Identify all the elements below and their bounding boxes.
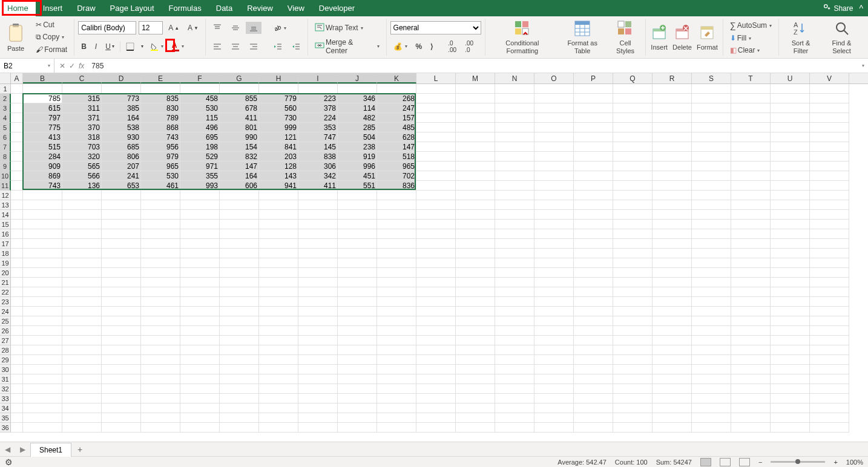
cell-J30[interactable]: [338, 365, 377, 374]
cell-F2[interactable]: 458: [180, 94, 220, 103]
cell-J1[interactable]: [338, 84, 377, 94]
cell-C4[interactable]: 371: [62, 113, 102, 123]
cell-L17[interactable]: [416, 239, 456, 249]
cell-Q31[interactable]: [613, 374, 653, 384]
cell-I20[interactable]: [298, 268, 338, 278]
cell-B20[interactable]: [23, 268, 62, 278]
cell-V26[interactable]: [810, 326, 849, 336]
cell-E16[interactable]: [141, 229, 180, 239]
cell-K21[interactable]: [377, 278, 416, 287]
cell-I22[interactable]: [298, 287, 338, 297]
row-header-30[interactable]: 30: [0, 365, 11, 374]
cell-O18[interactable]: [534, 249, 574, 258]
cell-Q29[interactable]: [613, 355, 653, 365]
cell-E30[interactable]: [141, 365, 180, 374]
cell-U35[interactable]: [771, 413, 810, 423]
cell-V6[interactable]: [810, 132, 849, 142]
align-bottom-button[interactable]: [246, 22, 261, 34]
cell-O33[interactable]: [534, 394, 574, 403]
cell-E23[interactable]: [141, 297, 180, 307]
cell-A35[interactable]: [11, 413, 23, 423]
cell-M32[interactable]: [456, 384, 495, 394]
cell-D10[interactable]: 241: [102, 171, 141, 181]
cell-H4[interactable]: 730: [259, 113, 298, 123]
cell-S32[interactable]: [692, 384, 731, 394]
row-header-19[interactable]: 19: [0, 258, 11, 268]
cell-P14[interactable]: [574, 210, 613, 220]
cell-H26[interactable]: [259, 326, 298, 336]
cell-A2[interactable]: [11, 94, 23, 103]
cell-T6[interactable]: [731, 132, 771, 142]
cell-N18[interactable]: [495, 249, 534, 258]
cell-Q13[interactable]: [613, 200, 653, 210]
cell-J35[interactable]: [338, 413, 377, 423]
cell-H34[interactable]: [259, 403, 298, 413]
cell-L36[interactable]: [416, 423, 456, 433]
cell-F26[interactable]: [180, 326, 220, 336]
cell-S21[interactable]: [692, 278, 731, 287]
cell-T33[interactable]: [731, 394, 771, 403]
cell-D13[interactable]: [102, 200, 141, 210]
cell-G27[interactable]: [220, 336, 259, 345]
cell-P26[interactable]: [574, 326, 613, 336]
cell-N2[interactable]: [495, 94, 534, 103]
cell-G15[interactable]: [220, 220, 259, 229]
orientation-button[interactable]: ab: [270, 22, 289, 34]
cell-T8[interactable]: [731, 152, 771, 162]
cell-O32[interactable]: [534, 384, 574, 394]
cell-N13[interactable]: [495, 200, 534, 210]
cell-E6[interactable]: 743: [141, 132, 180, 142]
format-cells-button[interactable]: Format: [695, 23, 719, 52]
cell-D22[interactable]: [102, 287, 141, 297]
cell-U18[interactable]: [771, 249, 810, 258]
cell-S1[interactable]: [692, 84, 731, 94]
cell-J34[interactable]: [338, 403, 377, 413]
cell-F11[interactable]: 993: [180, 181, 220, 191]
cell-C29[interactable]: [62, 355, 102, 365]
cell-J24[interactable]: [338, 307, 377, 316]
cell-M12[interactable]: [456, 191, 495, 200]
cell-I24[interactable]: [298, 307, 338, 316]
cell-S26[interactable]: [692, 326, 731, 336]
cell-R33[interactable]: [653, 394, 692, 403]
cell-C19[interactable]: [62, 258, 102, 268]
cell-F8[interactable]: 529: [180, 152, 220, 162]
cell-U33[interactable]: [771, 394, 810, 403]
cell-C17[interactable]: [62, 239, 102, 249]
cell-L7[interactable]: [416, 142, 456, 152]
cell-G20[interactable]: [220, 268, 259, 278]
cell-T18[interactable]: [731, 249, 771, 258]
cell-S28[interactable]: [692, 345, 731, 355]
cell-T24[interactable]: [731, 307, 771, 316]
tab-formulas[interactable]: Formulas: [162, 0, 209, 16]
cell-G7[interactable]: 154: [220, 142, 259, 152]
paste-button[interactable]: Paste: [6, 22, 25, 53]
cell-E20[interactable]: [141, 268, 180, 278]
cell-I10[interactable]: 342: [298, 171, 338, 181]
cell-D11[interactable]: 653: [102, 181, 141, 191]
row-header-14[interactable]: 14: [0, 210, 11, 220]
cell-N3[interactable]: [495, 103, 534, 113]
cell-F35[interactable]: [180, 413, 220, 423]
select-all-corner[interactable]: [0, 73, 11, 83]
cell-D12[interactable]: [102, 191, 141, 200]
cell-T3[interactable]: [731, 103, 771, 113]
cell-E21[interactable]: [141, 278, 180, 287]
align-right-button[interactable]: [246, 41, 261, 53]
cell-L5[interactable]: [416, 123, 456, 132]
cell-B9[interactable]: 909: [23, 162, 62, 171]
cell-L9[interactable]: [416, 162, 456, 171]
grid-body[interactable]: 1278531577383545885577922334626836153113…: [0, 84, 868, 433]
cell-B34[interactable]: [23, 403, 62, 413]
cell-G36[interactable]: [220, 423, 259, 433]
cell-S27[interactable]: [692, 336, 731, 345]
cell-L19[interactable]: [416, 258, 456, 268]
cell-S23[interactable]: [692, 297, 731, 307]
cell-O25[interactable]: [534, 316, 574, 326]
cell-A21[interactable]: [11, 278, 23, 287]
cell-K4[interactable]: 157: [377, 113, 416, 123]
cell-S5[interactable]: [692, 123, 731, 132]
cell-E14[interactable]: [141, 210, 180, 220]
cell-N15[interactable]: [495, 220, 534, 229]
cell-D24[interactable]: [102, 307, 141, 316]
